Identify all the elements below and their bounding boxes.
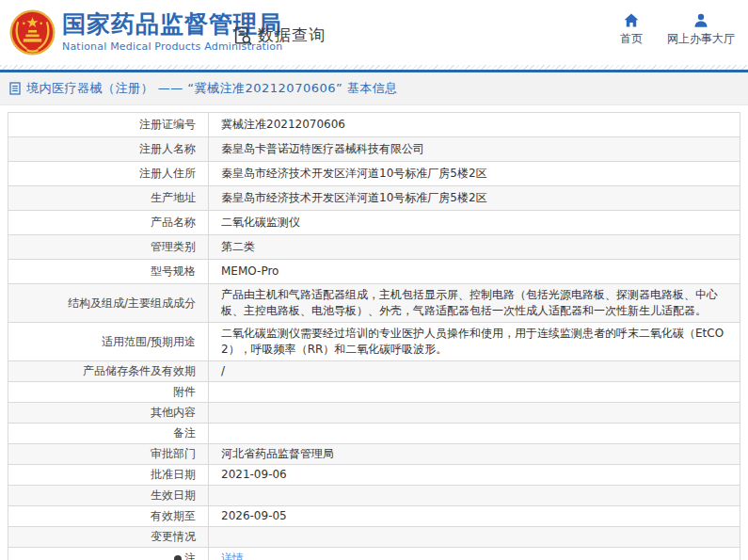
- data-query-label: 数据查询: [258, 24, 326, 46]
- row-value: [209, 424, 740, 444]
- row-value-text: 冀械注准20212070606: [221, 118, 345, 131]
- table-row: 管理类别第二类: [8, 235, 740, 260]
- note-pin-icon: [174, 555, 182, 560]
- table-row: 其他内容: [8, 403, 740, 424]
- row-label-text: 注册人名称: [139, 142, 196, 155]
- table-row: 注册人名称秦皇岛卡普诺迈特医疗器械科技有限公司: [8, 137, 740, 162]
- row-value-text: 秦皇岛卡普诺迈特医疗器械科技有限公司: [221, 142, 424, 155]
- row-value: 秦皇岛市经济技术开发区洋河道10号标准厂房5楼2区: [209, 162, 740, 186]
- row-label-text: 生产地址: [151, 191, 196, 204]
- row-label: 生产地址: [8, 186, 209, 211]
- row-label: 有效期至: [8, 506, 209, 527]
- row-label-text: 备注: [173, 426, 196, 440]
- row-label: 管理类别: [8, 235, 209, 260]
- row-label: 型号规格: [8, 260, 209, 284]
- row-label-text: 变更情况: [151, 530, 196, 543]
- table-row: 适用范围/预期用途二氧化碳监测仪需要经过培训的专业医护人员操作和使用，用于连续监…: [8, 323, 740, 361]
- row-label-text: 其他内容: [151, 406, 196, 419]
- nav-online-hall-label: 网上办事大厅: [667, 31, 735, 47]
- table-row: 注册人住所秦皇岛市经济技术开发区洋河道10号标准厂房5楼2区: [8, 162, 740, 186]
- row-value: MEMO-Pro: [209, 260, 740, 284]
- row-value: 产品由主机和气路适配器组成，主机包括显示屏、控制电路（包括光源电路板、探测器电路…: [209, 284, 740, 323]
- table-row: 型号规格MEMO-Pro: [8, 260, 740, 284]
- site-header: 国家药品监督管理局 National Medical Products Admi…: [0, 0, 748, 65]
- row-label: 变更情况: [8, 527, 209, 548]
- table-row: 产品储存条件及有效期/: [8, 361, 740, 382]
- home-icon: [624, 13, 639, 27]
- row-label-text: 产品储存条件及有效期: [83, 364, 196, 377]
- table-row: 产品名称二氧化碳监测仪: [8, 211, 740, 235]
- row-label: 附件: [8, 382, 209, 403]
- table-row: 备注: [8, 424, 740, 444]
- row-value-text: 二氧化碳监测仪: [221, 216, 300, 229]
- row-label: 生效日期: [8, 486, 209, 506]
- row-label: 其他内容: [8, 403, 209, 424]
- row-label-text: 注册人住所: [139, 167, 196, 180]
- row-value-text: /: [221, 364, 225, 377]
- row-label: 适用范围/预期用途: [8, 323, 209, 361]
- row-label-text: 审批部门: [151, 447, 196, 460]
- row-label: 备注: [8, 424, 209, 444]
- national-emblem-logo: [9, 9, 56, 56]
- row-label-text: 适用范围/预期用途: [102, 335, 196, 348]
- row-value: 第二类: [209, 235, 740, 260]
- table-row: 变更情况: [8, 527, 740, 548]
- row-value: 详情: [209, 548, 740, 560]
- info-table: 注册证编号冀械注准20212070606注册人名称秦皇岛卡普诺迈特医疗器械科技有…: [8, 112, 740, 560]
- row-label-text: 产品名称: [151, 216, 196, 229]
- row-value: /: [209, 361, 740, 382]
- row-value-text: 二氧化碳监测仪需要经过培训的专业医护人员操作和使用，用于连续监测患者的呼末二氧化…: [221, 327, 724, 356]
- table-row: 注详情: [8, 548, 740, 560]
- table-row: 审批部门河北省药品监督管理局: [8, 444, 740, 465]
- page-doc-icon: [9, 82, 21, 95]
- table-row: 生产地址秦皇岛市经济技术开发区洋河道10号标准厂房5楼2区: [8, 186, 740, 211]
- page-title-bar: 境内医疗器械（注册） —— “冀械注准20212070606” 基本信息: [0, 72, 748, 105]
- row-value: 秦皇岛市经济技术开发区洋河道10号标准厂房5楼2区: [209, 186, 740, 211]
- nav-home-label: 首页: [620, 31, 643, 47]
- data-query-link[interactable]: 数据查询: [232, 24, 326, 46]
- table-row: 附件: [8, 382, 740, 403]
- details-link[interactable]: 详情: [221, 552, 244, 560]
- person-icon: [693, 13, 708, 27]
- row-label: 注册证编号: [8, 113, 209, 137]
- info-table-body: 注册证编号冀械注准20212070606注册人名称秦皇岛卡普诺迈特医疗器械科技有…: [8, 113, 740, 560]
- row-label: 注册人住所: [8, 162, 209, 186]
- row-value-text: 2021-09-06: [221, 468, 287, 481]
- row-label: 注册人名称: [8, 137, 209, 162]
- row-label: 产品名称: [8, 211, 209, 235]
- row-value-text: 2026-09-05: [221, 509, 287, 522]
- row-label-text: 型号规格: [151, 264, 196, 278]
- row-value: [209, 486, 740, 506]
- row-value: [209, 527, 740, 548]
- row-label: 批准日期: [8, 465, 209, 486]
- nav-home[interactable]: 首页: [620, 13, 643, 47]
- top-nav: 首页 网上办事大厅: [620, 13, 735, 47]
- row-value: 冀械注准20212070606: [209, 113, 740, 137]
- row-label-text: 结构及组成/主要组成成分: [68, 296, 196, 310]
- row-value-text: MEMO-Pro: [221, 264, 279, 278]
- row-value: 二氧化碳监测仪需要经过培训的专业医护人员操作和使用，用于连续监测患者的呼末二氧化…: [209, 323, 740, 361]
- row-value: [209, 403, 740, 424]
- row-label: 注: [8, 548, 209, 560]
- row-value-text: 秦皇岛市经济技术开发区洋河道10号标准厂房5楼2区: [221, 167, 487, 180]
- row-value-text: 产品由主机和气路适配器组成，主机包括显示屏、控制电路（包括光源电路板、探测器电路…: [221, 288, 718, 317]
- row-label-text: 注册证编号: [139, 118, 196, 131]
- row-label-text: 管理类别: [151, 240, 196, 253]
- row-label: 审批部门: [8, 444, 209, 465]
- row-value-text: 秦皇岛市经济技术开发区洋河道10号标准厂房5楼2区: [221, 191, 487, 204]
- row-label: 结构及组成/主要组成成分: [8, 284, 209, 323]
- table-row: 结构及组成/主要组成成分产品由主机和气路适配器组成，主机包括显示屏、控制电路（包…: [8, 284, 740, 323]
- nav-online-hall[interactable]: 网上办事大厅: [667, 13, 735, 47]
- table-row: 有效期至2026-09-05: [8, 506, 740, 527]
- row-value: 2021-09-06: [209, 465, 740, 486]
- row-value: 二氧化碳监测仪: [209, 211, 740, 235]
- page-title: 境内医疗器械（注册） —— “冀械注准20212070606” 基本信息: [26, 80, 398, 97]
- row-label-text: 注: [184, 552, 196, 560]
- info-table-wrap: 注册证编号冀械注准20212070606注册人名称秦皇岛卡普诺迈特医疗器械科技有…: [0, 105, 748, 560]
- row-label-text: 附件: [173, 385, 196, 398]
- table-row: 批准日期2021-09-06: [8, 465, 740, 486]
- row-label-text: 有效期至: [151, 509, 196, 522]
- row-value: 2026-09-05: [209, 506, 740, 527]
- row-value: 河北省药品监督管理局: [209, 444, 740, 465]
- row-label-text: 批准日期: [151, 468, 196, 481]
